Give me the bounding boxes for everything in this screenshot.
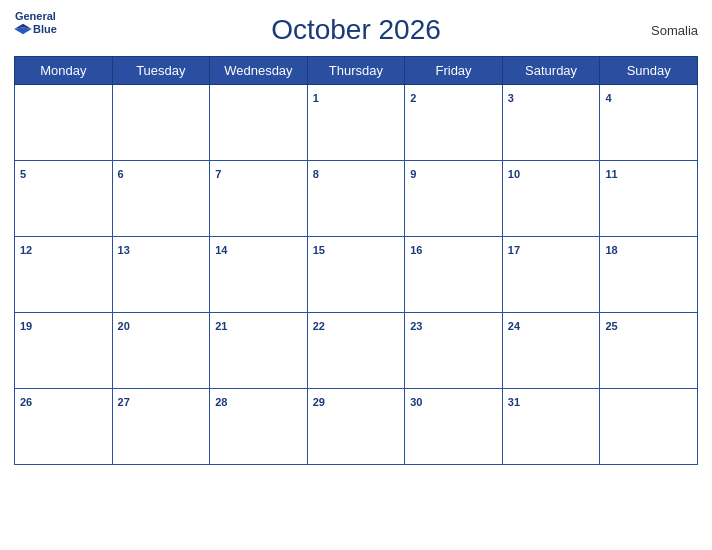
header-saturday: Saturday	[502, 57, 600, 85]
calendar-cell	[112, 85, 210, 161]
calendar-week-row: 12131415161718	[15, 237, 698, 313]
calendar-container: General Blue October 2026 Somalia Monday…	[0, 0, 712, 550]
calendar-body: 1234567891011121314151617181920212223242…	[15, 85, 698, 465]
logo-blue: Blue	[14, 22, 57, 36]
calendar-cell: 10	[502, 161, 600, 237]
header-tuesday: Tuesday	[112, 57, 210, 85]
calendar-cell: 14	[210, 237, 308, 313]
header-monday: Monday	[15, 57, 113, 85]
calendar-cell: 24	[502, 313, 600, 389]
day-number: 31	[508, 396, 520, 408]
header-thursday: Thursday	[307, 57, 405, 85]
day-number: 1	[313, 92, 319, 104]
calendar-cell: 22	[307, 313, 405, 389]
calendar-cell: 18	[600, 237, 698, 313]
day-number: 23	[410, 320, 422, 332]
day-number: 20	[118, 320, 130, 332]
calendar-cell: 9	[405, 161, 503, 237]
day-number: 7	[215, 168, 221, 180]
calendar-cell: 4	[600, 85, 698, 161]
calendar-cell: 26	[15, 389, 113, 465]
header-sunday: Sunday	[600, 57, 698, 85]
calendar-cell: 28	[210, 389, 308, 465]
day-number: 10	[508, 168, 520, 180]
header-friday: Friday	[405, 57, 503, 85]
day-number: 3	[508, 92, 514, 104]
day-number: 18	[605, 244, 617, 256]
calendar-week-row: 262728293031	[15, 389, 698, 465]
day-number: 11	[605, 168, 617, 180]
calendar-cell: 27	[112, 389, 210, 465]
calendar-cell: 6	[112, 161, 210, 237]
day-number: 26	[20, 396, 32, 408]
day-number: 8	[313, 168, 319, 180]
day-number: 21	[215, 320, 227, 332]
day-number: 16	[410, 244, 422, 256]
calendar-header: General Blue October 2026 Somalia	[14, 10, 698, 50]
calendar-week-row: 567891011	[15, 161, 698, 237]
calendar-cell: 3	[502, 85, 600, 161]
calendar-cell: 1	[307, 85, 405, 161]
calendar-cell: 16	[405, 237, 503, 313]
logo-bird-icon	[14, 22, 32, 36]
weekday-header-row: Monday Tuesday Wednesday Thursday Friday…	[15, 57, 698, 85]
day-number: 5	[20, 168, 26, 180]
logo-area: General Blue	[14, 10, 57, 36]
calendar-cell: 13	[112, 237, 210, 313]
day-number: 14	[215, 244, 227, 256]
calendar-cell: 19	[15, 313, 113, 389]
calendar-table: Monday Tuesday Wednesday Thursday Friday…	[14, 56, 698, 465]
logo-general: General	[15, 10, 56, 22]
day-number: 19	[20, 320, 32, 332]
calendar-cell: 25	[600, 313, 698, 389]
calendar-cell: 7	[210, 161, 308, 237]
day-number: 17	[508, 244, 520, 256]
day-number: 2	[410, 92, 416, 104]
calendar-title: October 2026	[271, 14, 441, 46]
calendar-cell: 11	[600, 161, 698, 237]
calendar-cell: 29	[307, 389, 405, 465]
day-number: 4	[605, 92, 611, 104]
calendar-cell: 31	[502, 389, 600, 465]
calendar-cell	[15, 85, 113, 161]
day-number: 24	[508, 320, 520, 332]
calendar-cell	[600, 389, 698, 465]
country-label: Somalia	[651, 23, 698, 38]
day-number: 30	[410, 396, 422, 408]
calendar-cell: 8	[307, 161, 405, 237]
calendar-cell: 21	[210, 313, 308, 389]
day-number: 9	[410, 168, 416, 180]
day-number: 28	[215, 396, 227, 408]
day-number: 29	[313, 396, 325, 408]
day-number: 12	[20, 244, 32, 256]
calendar-cell: 23	[405, 313, 503, 389]
calendar-week-row: 1234	[15, 85, 698, 161]
calendar-cell: 30	[405, 389, 503, 465]
calendar-cell	[210, 85, 308, 161]
calendar-cell: 5	[15, 161, 113, 237]
calendar-cell: 15	[307, 237, 405, 313]
day-number: 6	[118, 168, 124, 180]
calendar-thead: Monday Tuesday Wednesday Thursday Friday…	[15, 57, 698, 85]
header-wednesday: Wednesday	[210, 57, 308, 85]
calendar-cell: 20	[112, 313, 210, 389]
day-number: 27	[118, 396, 130, 408]
calendar-cell: 2	[405, 85, 503, 161]
calendar-cell: 12	[15, 237, 113, 313]
day-number: 13	[118, 244, 130, 256]
day-number: 15	[313, 244, 325, 256]
day-number: 22	[313, 320, 325, 332]
calendar-week-row: 19202122232425	[15, 313, 698, 389]
day-number: 25	[605, 320, 617, 332]
calendar-cell: 17	[502, 237, 600, 313]
